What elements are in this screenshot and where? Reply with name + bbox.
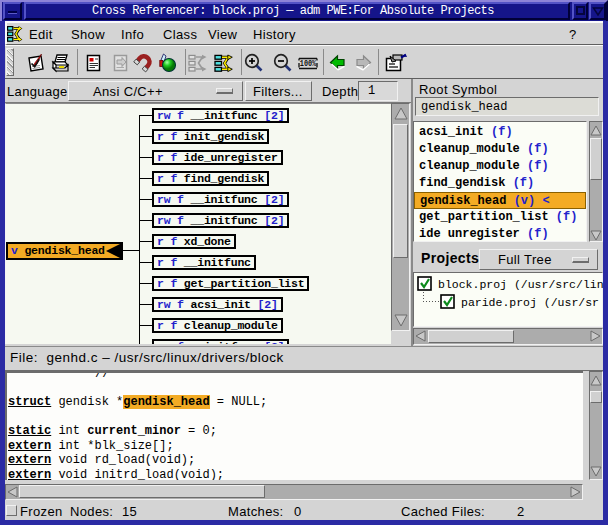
svg-text:100%: 100% (300, 59, 317, 69)
